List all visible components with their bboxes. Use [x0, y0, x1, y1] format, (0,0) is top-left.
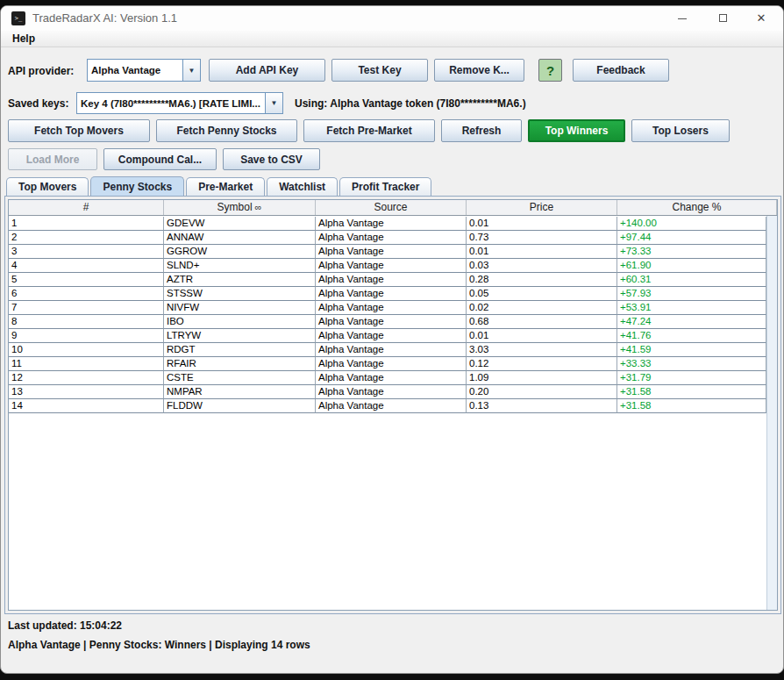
table-row[interactable]: 5AZTRAlpha Vantage0.28+60.31: [9, 273, 766, 287]
cell-change: +140.00: [617, 217, 766, 231]
cell-symbol: STSSW: [164, 287, 316, 301]
cell-: 3: [9, 245, 164, 259]
table-row[interactable]: 3GGROWAlpha Vantage0.01+73.33: [9, 245, 766, 259]
load-more-button[interactable]: Load More: [8, 148, 97, 170]
table-row[interactable]: 4SLND+Alpha Vantage0.03+61.90: [9, 259, 766, 273]
cell-change: +60.31: [617, 273, 766, 287]
column-header-price[interactable]: Price: [467, 200, 617, 215]
cell-symbol: RFAIR: [164, 357, 316, 371]
table-header: #Symbol∞SourcePriceChange %: [9, 200, 777, 216]
tab-bar: Top MoversPenny StocksPre-MarketWatchlis…: [6, 176, 433, 196]
vertical-scrollbar[interactable]: [766, 216, 777, 610]
tab-profit-tracker[interactable]: Profit Tracker: [339, 177, 431, 196]
cell-: 2: [9, 231, 164, 245]
cell-: 4: [9, 259, 164, 273]
cell-: 5: [9, 273, 164, 287]
cell-symbol: RDGT: [164, 343, 316, 357]
saved-keys-label: Saved keys:: [8, 97, 68, 110]
table-row[interactable]: 1GDEVWAlpha Vantage0.01+140.00: [9, 217, 766, 231]
cell-change: +97.44: [617, 231, 766, 245]
table-row[interactable]: 14FLDDWAlpha Vantage0.13+31.58: [9, 399, 766, 413]
title-bar: >_ TradeRadarX AI: Version 1.1 ✕: [1, 6, 783, 31]
minimize-icon: [678, 18, 687, 19]
table-row[interactable]: 2ANNAWAlpha Vantage0.73+97.44: [9, 231, 766, 245]
cell-source: Alpha Vantage: [316, 301, 467, 315]
cell-: 7: [9, 301, 164, 315]
chevron-down-icon[interactable]: ▼: [265, 93, 282, 113]
cell-: 13: [9, 385, 164, 399]
column-header-label: Symbol: [217, 201, 253, 213]
app-icon: >_: [11, 11, 25, 25]
column-header-[interactable]: #: [9, 200, 164, 215]
table-row[interactable]: 6STSSWAlpha Vantage0.05+57.93: [9, 287, 766, 301]
table-row[interactable]: 7NIVFWAlpha Vantage0.02+53.91: [9, 301, 766, 315]
column-header-label: #: [83, 201, 89, 213]
menu-help[interactable]: Help: [9, 31, 39, 47]
column-header-label: Price: [530, 201, 553, 213]
remove-key-button[interactable]: Remove K...: [434, 59, 524, 82]
top-losers-button[interactable]: Top Losers: [631, 119, 730, 142]
cell-change: +53.91: [617, 301, 766, 315]
cell-symbol: LTRYW: [164, 329, 316, 343]
tab-watchlist[interactable]: Watchlist: [267, 177, 338, 196]
cell-symbol: GGROW: [164, 245, 316, 259]
cell-price: 0.02: [467, 301, 617, 315]
cell-change: +41.76: [617, 329, 766, 343]
column-header-source[interactable]: Source: [316, 200, 467, 215]
cell-source: Alpha Vantage: [316, 245, 467, 259]
cell-change: +33.33: [617, 357, 766, 371]
app-window: >_ TradeRadarX AI: Version 1.1 ✕ Help AP…: [0, 5, 784, 674]
save-to-csv-button[interactable]: Save to CSV: [223, 148, 320, 170]
cell-price: 1.09: [467, 371, 617, 385]
maximize-button[interactable]: [709, 6, 736, 31]
tab-penny-stocks[interactable]: Penny Stocks: [90, 176, 184, 196]
cell-symbol: SLND+: [164, 259, 316, 273]
column-header-symbol[interactable]: Symbol∞: [164, 200, 316, 215]
cell-source: Alpha Vantage: [316, 399, 467, 413]
tab-top-movers[interactable]: Top Movers: [6, 177, 89, 196]
refresh-button[interactable]: Refresh: [441, 119, 522, 142]
chevron-down-icon[interactable]: ▼: [182, 60, 200, 81]
cell-source: Alpha Vantage: [316, 315, 467, 329]
column-header-label: Change %: [672, 201, 721, 213]
compound-calc-button[interactable]: Compound Cal...: [103, 148, 217, 170]
cell-change: +31.58: [617, 385, 766, 399]
cell-symbol: CSTE: [164, 371, 316, 385]
cell-source: Alpha Vantage: [316, 385, 467, 399]
close-button[interactable]: ✕: [748, 6, 774, 31]
cell-change: +57.93: [617, 287, 766, 301]
fetch-top-movers-button[interactable]: Fetch Top Movers: [8, 119, 150, 142]
cell-change: +61.90: [617, 259, 766, 273]
saved-keys-select[interactable]: Key 4 (7I80*********MA6.) [RATE LIMI... …: [76, 92, 283, 114]
cell-source: Alpha Vantage: [316, 287, 467, 301]
cell-symbol: NMPAR: [164, 385, 316, 399]
table-row[interactable]: 13NMPARAlpha Vantage0.20+31.58: [9, 385, 766, 399]
top-winners-button[interactable]: Top Winners: [528, 119, 625, 142]
feedback-button[interactable]: Feedback: [573, 59, 669, 82]
link-icon: ∞: [255, 202, 262, 212]
add-api-key-button[interactable]: Add API Key: [209, 59, 325, 82]
api-provider-value: Alpha Vantage: [88, 60, 182, 81]
table-row[interactable]: 12CSTEAlpha Vantage1.09+31.79: [9, 371, 766, 385]
cell-: 9: [9, 329, 164, 343]
cell-price: 3.03: [467, 343, 617, 357]
table-row[interactable]: 11RFAIRAlpha Vantage0.12+33.33: [9, 357, 766, 371]
help-button[interactable]: ?: [538, 59, 562, 82]
table-row[interactable]: 9LTRYWAlpha Vantage0.01+41.76: [9, 329, 766, 343]
fetch-penny-stocks-button[interactable]: Fetch Penny Stocks: [156, 119, 297, 142]
tab-pre-market[interactable]: Pre-Market: [186, 177, 265, 196]
cell-source: Alpha Vantage: [316, 273, 467, 287]
cell-: 8: [9, 315, 164, 329]
test-key-button[interactable]: Test Key: [331, 59, 428, 82]
api-provider-select[interactable]: Alpha Vantage ▼: [87, 59, 201, 82]
cell-price: 0.12: [467, 357, 617, 371]
table-scrollpane: #Symbol∞SourcePriceChange % 1GDEVWAlpha …: [8, 199, 778, 611]
fetch-pre-market-button[interactable]: Fetch Pre-Market: [303, 119, 435, 142]
table-row[interactable]: 10RDGTAlpha Vantage3.03+41.59: [9, 343, 766, 357]
cell-symbol: NIVFW: [164, 301, 316, 315]
table-row[interactable]: 8IBOAlpha Vantage0.68+47.24: [9, 315, 766, 329]
last-updated-text: Last updated: 15:04:22: [8, 619, 122, 632]
minimize-button[interactable]: [669, 6, 695, 31]
api-provider-label: API provider:: [8, 65, 74, 77]
column-header-change[interactable]: Change %: [617, 200, 777, 215]
